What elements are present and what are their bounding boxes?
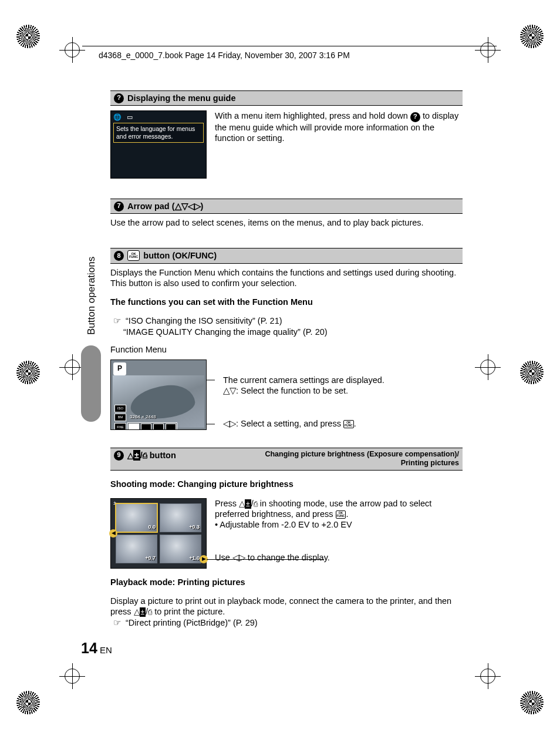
exposure-comp-icon: ± [133,450,140,461]
crop-mark-sunburst [520,691,544,714]
section-heading-menu-guide: ? Displaying the menu guide [110,90,463,106]
exposure-comp-icon: ± [140,607,146,617]
shooting-mode-subhead: Shooting mode: Changing picture brightne… [110,479,463,489]
playback-mode-subhead: Playback mode: Printing pictures [110,577,463,587]
ev-cell: +0.7 [116,535,157,563]
circled-number-icon: 9 [114,451,124,461]
ev-button-title: button [150,451,176,460]
reference-hand-icon: ☞ [110,315,123,326]
playback-body: Display a picture to print out in playba… [110,596,463,617]
function-menu-label: Function Menu [110,344,463,355]
ev-cell: +0.3 [160,503,201,532]
ev-right-1: Changing picture brightness (Exposure co… [265,450,459,459]
help-button-icon: ? [410,112,420,122]
registration-mark [479,667,497,685]
okfunc-body: Displays the Function Menu which contain… [110,267,463,288]
fm-note-select-setting: : Select a setting, and press [236,419,343,428]
section-heading-arrow-pad: 7 Arrow pad (△▽◁▷) [110,199,463,214]
section-heading-okfunc: 8 OKFUNC button (OK/FUNC) [110,248,463,263]
ev-use-pre: Use [215,553,232,562]
crop-mark-sunburst [520,25,544,48]
section-heading-ev-print: 9 △±/⎙ button Changing picture brightnes… [110,448,463,471]
size-badge-icon: 8M [114,414,126,421]
okfunc-ref-line: ☞ “ISO Changing the ISO sensitivity” (P.… [110,315,463,326]
ev-cell: 0.0 [116,503,157,532]
exposure-comp-screenshot: ± 0.0 +0.3 +0.7 +1.0 ◀ ▶ [110,498,207,569]
ev-body-pre: Press [215,499,239,508]
arrow-pad-title-post: ) [201,201,204,211]
fm-note-select-function: : Select the function to be set. [236,386,348,395]
ev-range-bullet: • Adjustable from -2.0 EV to +2.0 EV [215,519,463,530]
ok-func-button-icon: OKFUNC [343,420,354,428]
crop-mark-sunburst [520,361,544,384]
section-title: Displaying the menu guide [127,93,236,103]
ev-use-post: to change the display. [248,553,330,562]
quality-thumbnails [127,422,177,430]
up-arrow-icon: △ [134,607,140,616]
registration-mark [479,358,497,376]
help-button-icon: ? [114,93,124,103]
menu-guide-body-pre: With a menu item highlighted, press and … [215,111,410,120]
up-arrow-icon: △ [239,499,245,508]
arrow-pad-title-pre: Arrow pad ( [127,201,175,211]
okfunc-subhead: The functions you can set with the Funct… [110,297,463,307]
shooting-mode-badge: P [113,362,126,375]
crop-mark-sunburst [16,361,40,384]
running-header: d4368_e_0000_7.book Page 14 Friday, Nove… [99,51,350,60]
up-arrow-icon: △ [127,451,133,460]
callout-line [207,559,324,560]
okfunc-ref-line: “IMAGE QUALITY Changing the image qualit… [110,327,463,337]
page-number: 14 EN [81,640,112,657]
iso-badge-icon: ISO [114,405,126,412]
okfunc-title: button (OK/FUNC) [143,250,217,261]
circled-number-icon: 7 [114,201,124,211]
print-icon: ⎙ [143,451,147,460]
reference-hand-icon: ☞ [110,617,123,628]
ev-cell: +1.0 [160,535,201,563]
fm-note-settings: The current camera settings are displaye… [223,375,463,385]
exposure-comp-icon: ± [245,499,251,509]
section-thumb-tab [81,345,101,422]
left-right-arrows-icon: ◁▷ [232,553,245,562]
playback-ref-line: ☞ “Direct printing (PictBridge)” (P. 29) [110,617,463,628]
left-right-arrows-icon: ◁▷ [223,419,236,428]
crop-mark-sunburst [16,25,40,48]
left-arrow-icon: ◀ [109,529,117,538]
up-down-arrows-icon: △▽ [223,386,236,395]
header-rule [82,46,497,46]
arrow-pad-body: Use the arrow pad to select scenes, item… [110,217,463,228]
section-side-label: Button operations [86,257,97,335]
menu-guide-icon: 🌐 ▭ [113,113,204,121]
crop-mark-sunburst [16,691,40,714]
registration-mark [479,41,497,59]
registration-mark [63,667,81,685]
callout-lines [207,377,215,430]
ev-right-2: Printing pictures [265,459,459,468]
print-icon: ⎙ [254,500,258,508]
print-icon: ⎙ [148,608,152,616]
menu-guide-screenshot: 🌐 ▭ Sets the language for menus and erro… [110,110,207,179]
arrow-pad-glyphs-icon: △▽◁▷ [175,201,201,211]
ok-func-button-icon: OKFUNC [336,510,346,519]
menu-guide-text: Sets the language for menus and error me… [113,123,204,142]
registration-mark [63,358,81,376]
fine-badge-icon: FINE [114,423,126,430]
resolution-text: 3264 × 2448 [130,414,156,420]
function-menu-screenshot: P ISO 8M 3264 × 2448 FINE [110,360,207,430]
registration-mark [63,41,81,59]
circled-number-icon: 8 [114,251,124,261]
ok-func-button-icon: OKFUNC [127,250,140,261]
